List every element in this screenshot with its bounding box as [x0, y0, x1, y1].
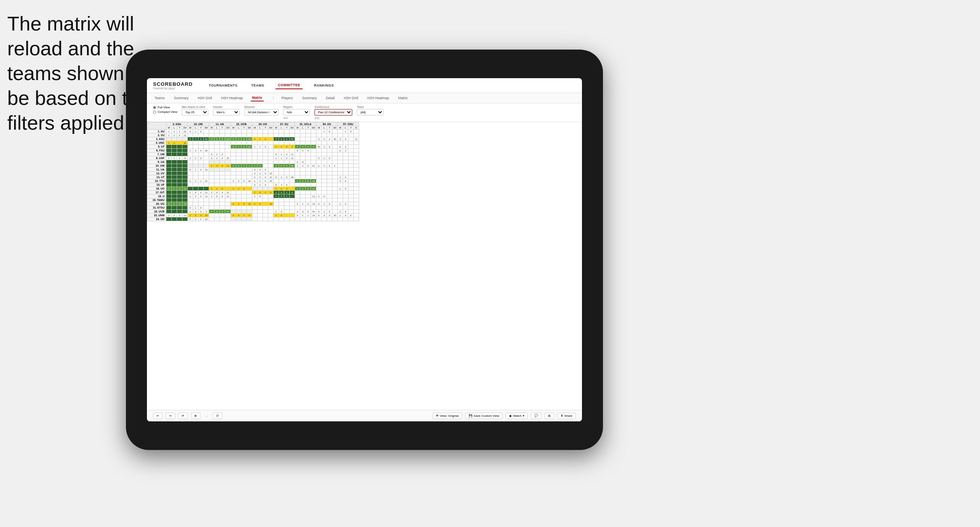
row-vu: 2. VU 12012: [147, 133, 359, 137]
filter-max-teams: Max teams in view Top 25 Top 10 Top 50: [182, 106, 208, 116]
radio-compact-view-label: Compact View: [158, 110, 177, 114]
col-asu: 3. ASU: [166, 122, 188, 126]
row-etsu: 21. ETSU 010: [147, 206, 359, 210]
region-select[interactable]: N/A West East: [283, 109, 310, 116]
radio-compact-view[interactable]: Compact View: [153, 110, 177, 114]
row-asu: 3. ASU 04080 050120 02048 010 06052 0206…: [147, 137, 359, 141]
view-original-label: View: Original: [440, 414, 459, 418]
sub-tabs: Teams Summary H2H Grid H2H Heatmap Matri…: [147, 93, 582, 103]
tab-h2h-grid[interactable]: H2H Grid: [196, 95, 214, 101]
row-ucb: 22. UCB 1303 40012 10 23044 010 10: [147, 210, 359, 214]
gender-label: Gender: [213, 106, 240, 108]
division-select[interactable]: NCAA Division I NCAA Division II: [244, 109, 279, 116]
row-ua: 9. UA 08: [147, 160, 359, 164]
logo-title: SCOREBOARD: [153, 81, 193, 87]
division-label: Division: [244, 106, 279, 108]
filter-division: Division NCAA Division I NCAA Division I…: [244, 106, 279, 116]
row-unc: 4. UNC 10 36: [147, 141, 359, 145]
filter-gender: Gender Men's Women's: [213, 106, 240, 116]
col-ucb: 22. UCB: [231, 122, 252, 126]
redo-button[interactable]: ↪: [166, 413, 175, 419]
tab-players-h2h-grid[interactable]: H2H Grid: [342, 95, 360, 101]
radio-full-view[interactable]: Full View: [153, 106, 177, 109]
watch-label: Watch: [513, 414, 521, 418]
col-ucla: 31. UCLA: [295, 122, 316, 126]
tab-matrix[interactable]: Matrix: [251, 95, 264, 101]
col-uo: 24. UO: [252, 122, 274, 126]
refresh-button[interactable]: ⟳: [178, 413, 188, 419]
row-fsu: 6. FSU 14035 010 02: [147, 149, 359, 153]
logo-subtitle: Powered by clippd: [153, 87, 193, 90]
nav-committee[interactable]: COMMITTEE: [276, 82, 303, 89]
tab-players-h2h-heatmap[interactable]: H2H Heatmap: [366, 95, 391, 101]
tab-teams[interactable]: Teams: [153, 95, 166, 101]
nav-rankings[interactable]: RANKINGS: [312, 82, 336, 89]
row-au: 1. AU 12023 010 10 10: [147, 130, 359, 133]
region-label: Region: [283, 106, 310, 108]
row-uv: 12. UV 01015: [147, 172, 359, 175]
team-select[interactable]: (All): [357, 109, 384, 116]
eye-icon: 👁: [436, 414, 439, 418]
filter-bar: Full View Compact View Max teams in view…: [147, 103, 582, 122]
sh-asu-w: W: [166, 126, 172, 130]
matrix-wrapper[interactable]: 3. ASU 10. UW 11. UA 22. UCB 24. UO 27. …: [147, 122, 582, 410]
save-custom-label: Save Custom View: [474, 414, 499, 418]
col-osu: 57. OSU: [338, 122, 359, 126]
nav-tournaments[interactable]: TOURNAMENTS: [206, 82, 240, 89]
row-uaf: 8. UAF 01014 120 01015 11011 010: [147, 156, 359, 160]
row-u: 18. U 10011 10011 10 101 13 10: [147, 194, 359, 198]
row-tamu: 19. TAMU: [147, 198, 359, 202]
row-uf: 15. UF 010 840: [147, 183, 359, 187]
share-button[interactable]: ⬆ Share: [557, 413, 576, 419]
corner-header: [147, 122, 166, 130]
tab-h2h-heatmap[interactable]: H2H Heatmap: [220, 95, 245, 101]
conference-select[interactable]: Pac-12 Conference (All): [314, 109, 352, 116]
gender-select[interactable]: Men's Women's: [213, 109, 240, 116]
watch-icon: ◉: [509, 414, 512, 418]
share-icon: ⬆: [561, 414, 563, 418]
tab-players-matrix[interactable]: Matrix: [397, 95, 409, 101]
row-ut2: 13. UT 22012 02038 10: [147, 175, 359, 179]
radio-compact-view-circle: [153, 111, 156, 114]
col-uw: 10. UW: [188, 122, 209, 126]
row-uo2: 24. UO 02029: [147, 217, 359, 221]
col-uu: 54. UU: [316, 122, 338, 126]
save-icon: 💾: [469, 414, 472, 418]
undo-button[interactable]: ↩: [153, 413, 163, 419]
col-ua: 11. UA: [209, 122, 231, 126]
matrix-scroll[interactable]: 3. ASU 10. UW 11. UA 22. UCB 24. UO 27. …: [147, 122, 582, 410]
tab-players[interactable]: Players: [280, 95, 294, 101]
row-uw: 10. UW 13011 3041 72 25066 12051 1451: [147, 164, 359, 168]
bottom-toolbar: ↩ ↪ ⟳ ⊕ — ⏱ 👁 View: Original 💾 Save Cust…: [147, 410, 582, 421]
clock-button[interactable]: ⏱: [213, 413, 222, 419]
row-ttu: 14. TTU 21122 02030 12026 20829 30: [147, 179, 359, 183]
filter-conference: Conference Pac-12 Conference (All) (All): [314, 106, 352, 119]
row-unm: 23. UNM 200-21 20025 0010 10 01110 03035…: [147, 214, 359, 217]
tab-summary[interactable]: Summary: [172, 95, 190, 101]
row-ut: 5. UT 01022 110 1102 0210 4010 02: [147, 145, 359, 149]
zoom-button[interactable]: ⊕: [191, 413, 200, 419]
comment-button[interactable]: 💬: [531, 413, 542, 419]
col-su: 27. SU: [274, 122, 295, 126]
nav-teams[interactable]: TEAMS: [249, 82, 266, 89]
filter-region: Region N/A West East N/A: [283, 106, 310, 119]
watch-button[interactable]: ◉ Watch ▾: [506, 413, 527, 419]
layout-button[interactable]: ⊞: [545, 413, 554, 419]
max-teams-select[interactable]: Top 25 Top 10 Top 50: [182, 109, 208, 116]
row-uo: 16. UO 21014 110 110 102 11011 10: [147, 187, 359, 191]
matrix-table: 3. ASU 10. UW 11. UA 22. UCB 24. UO 27. …: [147, 122, 359, 221]
row-git: 17. GIT 10011 10011 1010 1010: [147, 191, 359, 194]
conference-label: Conference: [314, 106, 352, 108]
filter-team: Team (All): [357, 106, 384, 116]
radio-full-view-circle: [153, 106, 156, 109]
row-um: 7. UM 010 01011: [147, 153, 359, 156]
row-ug: 20. UG 010-34 01023 10 40 01019 010 10: [147, 202, 359, 206]
tab-players-summary[interactable]: Summary: [300, 95, 318, 101]
view-original-button[interactable]: 👁 View: Original: [432, 413, 462, 419]
view-radio-group: Full View Compact View: [153, 106, 177, 114]
tab-detail[interactable]: Detail: [324, 95, 336, 101]
logo-area: SCOREBOARD Powered by clippd: [153, 81, 193, 90]
tablet-screen: SCOREBOARD Powered by clippd TOURNAMENTS…: [147, 78, 582, 421]
save-custom-button[interactable]: 💾 Save Custom View: [465, 413, 503, 419]
tablet-device: SCOREBOARD Powered by clippd TOURNAMENTS…: [126, 50, 603, 450]
